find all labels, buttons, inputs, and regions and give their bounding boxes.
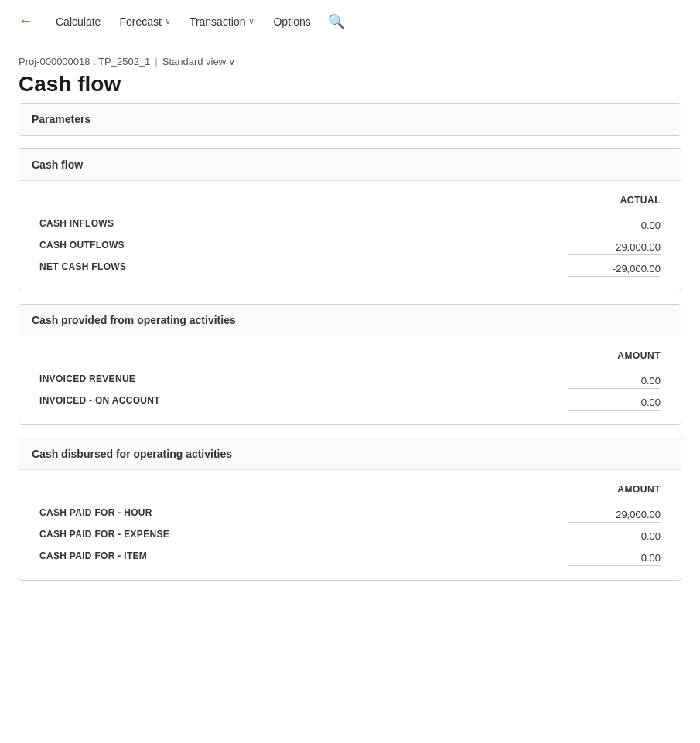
operating-provided-panel-header[interactable]: Cash provided from operating activities (19, 305, 681, 336)
op-disbursed-row-label-2: CASH PAID FOR - ITEM (39, 546, 566, 566)
operating-disbursed-table: AMOUNT CASH PAID FOR - HOUR 29,000.00 CA… (38, 482, 662, 567)
table-row: CASH PAID FOR - ITEM 0.00 (39, 546, 661, 566)
search-icon[interactable]: 🔍 (328, 13, 345, 30)
table-row: CASH PAID FOR - EXPENSE 0.00 (39, 524, 661, 544)
breadcrumb: Proj-000000018 : TP_2502_1 | Standard vi… (19, 56, 681, 67)
transaction-label: Transaction (190, 15, 246, 28)
op-provided-amount-header: AMOUNT (568, 350, 661, 367)
op-provided-label-col-header (39, 350, 566, 367)
op-disbursed-label-col-header (39, 484, 566, 501)
op-provided-row-value-1: 0.00 (568, 390, 661, 411)
project-id-label: Proj-000000018 : TP_2502_1 (19, 56, 150, 67)
operating-disbursed-panel-body: AMOUNT CASH PAID FOR - HOUR 29,000.00 CA… (19, 470, 681, 580)
op-disbursed-row-value-1: 0.00 (568, 524, 661, 544)
back-arrow-icon: ← (19, 13, 32, 29)
options-nav-item[interactable]: Options (265, 9, 318, 34)
parameters-panel: Parameters (19, 103, 681, 136)
op-provided-row-value-0: 0.00 (568, 369, 661, 389)
top-navigation: ← Calculate Forecast ∨ Transaction ∨ Opt… (0, 0, 700, 43)
cash-flow-panel-header[interactable]: Cash flow (19, 149, 681, 181)
table-row: CASH PAID FOR - HOUR 29,000.00 (39, 503, 661, 523)
cash-flow-label-col-header (39, 195, 566, 212)
page-header: Proj-000000018 : TP_2502_1 | Standard vi… (0, 43, 700, 103)
cash-flow-row-value-2: -29,000.00 (568, 257, 661, 277)
back-button[interactable]: ← (12, 10, 39, 32)
transaction-nav-item[interactable]: Transaction ∨ (182, 9, 263, 34)
table-row: INVOICED REVENUE 0.00 (39, 369, 661, 389)
breadcrumb-separator: | (155, 56, 157, 67)
cash-flow-row-label-0: CASH INFLOWS (39, 213, 566, 233)
calculate-label: Calculate (56, 15, 101, 28)
forecast-label: Forecast (119, 15, 161, 28)
table-row: CASH OUTFLOWS 29,000.00 (39, 235, 661, 255)
cash-flow-row-label-2: NET CASH FLOWS (39, 257, 566, 277)
op-provided-row-label-1: INVOICED - ON ACCOUNT (39, 390, 566, 411)
operating-provided-table: AMOUNT INVOICED REVENUE 0.00 INVOICED - … (38, 349, 662, 412)
op-disbursed-row-label-0: CASH PAID FOR - HOUR (39, 503, 566, 523)
op-disbursed-row-value-2: 0.00 (568, 546, 661, 566)
cash-flow-row-value-0: 0.00 (568, 213, 661, 233)
op-disbursed-row-value-0: 29,000.00 (568, 503, 661, 523)
view-chevron-icon: ∨ (228, 56, 236, 67)
operating-disbursed-panel: Cash disbursed for operating activities … (19, 438, 681, 581)
calculate-nav-item[interactable]: Calculate (48, 9, 108, 34)
cash-flow-row-label-1: CASH OUTFLOWS (39, 235, 566, 255)
forecast-chevron-icon: ∨ (165, 16, 171, 26)
view-label: Standard view (162, 56, 226, 67)
transaction-chevron-icon: ∨ (248, 16, 254, 26)
table-row: CASH INFLOWS 0.00 (39, 213, 661, 233)
table-row: INVOICED - ON ACCOUNT 0.00 (39, 390, 661, 411)
operating-provided-panel: Cash provided from operating activities … (19, 304, 681, 425)
op-disbursed-row-label-1: CASH PAID FOR - EXPENSE (39, 524, 566, 544)
operating-disbursed-panel-header[interactable]: Cash disbursed for operating activities (19, 438, 681, 470)
cash-flow-table: ACTUAL CASH INFLOWS 0.00 CASH OUTFLOWS 2… (38, 193, 662, 278)
main-content: Parameters Cash flow ACTUAL CASH INFLOWS… (0, 103, 700, 612)
cash-flow-panel: Cash flow ACTUAL CASH INFLOWS 0.00 CASH … (19, 148, 681, 291)
view-selector[interactable]: Standard view ∨ (162, 56, 236, 67)
cash-flow-panel-body: ACTUAL CASH INFLOWS 0.00 CASH OUTFLOWS 2… (19, 181, 681, 291)
operating-provided-panel-body: AMOUNT INVOICED REVENUE 0.00 INVOICED - … (19, 336, 681, 424)
forecast-nav-item[interactable]: Forecast ∨ (111, 9, 178, 34)
parameters-panel-header[interactable]: Parameters (19, 104, 681, 135)
op-disbursed-amount-header: AMOUNT (568, 484, 661, 501)
op-provided-row-label-0: INVOICED REVENUE (39, 369, 566, 389)
options-label: Options (273, 15, 310, 28)
page-title: Cash flow (19, 72, 681, 97)
cash-flow-actual-header: ACTUAL (568, 195, 661, 212)
table-row: NET CASH FLOWS -29,000.00 (39, 257, 661, 277)
cash-flow-row-value-1: 29,000.00 (568, 235, 661, 255)
